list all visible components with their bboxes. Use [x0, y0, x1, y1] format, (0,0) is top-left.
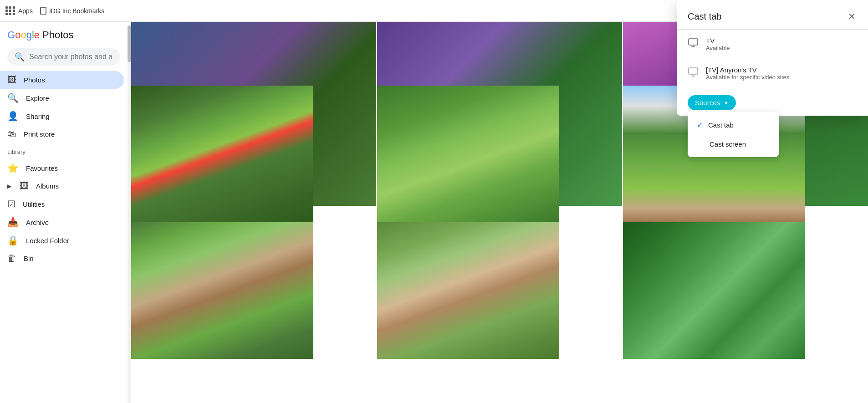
- photo-cell[interactable]: [377, 86, 559, 222]
- svg-rect-0: [689, 39, 698, 45]
- cast-screen-label: Cast screen: [710, 140, 746, 148]
- anyrons-tv-device-info: [TV] Anyron's TV Available for specific …: [706, 66, 789, 81]
- photo-row-bot: [131, 222, 868, 359]
- archive-icon: 📥: [7, 217, 19, 228]
- cast-device-tv[interactable]: TV Available: [677, 30, 868, 59]
- google-o1: o: [15, 29, 20, 41]
- locked-folder-icon: 🔒: [7, 235, 19, 246]
- apps-button[interactable]: Apps: [5, 6, 33, 15]
- sidebar-explore-label: Explore: [26, 94, 49, 102]
- photo-cell[interactable]: [131, 222, 313, 359]
- explore-icon: 🔍: [7, 92, 19, 103]
- utilities-icon: ☑: [7, 199, 15, 209]
- apps-grid-icon: [5, 6, 15, 15]
- svg-rect-3: [689, 68, 698, 74]
- google-e: e: [34, 29, 40, 41]
- sidebar-sharing-label: Sharing: [26, 112, 50, 120]
- sharing-icon: 👤: [7, 111, 19, 122]
- search-bar[interactable]: 🔍: [7, 48, 120, 66]
- sources-chevron-icon: ▼: [724, 100, 729, 106]
- cast-header: Cast tab ✕: [677, 0, 868, 30]
- sidebar-item-albums[interactable]: ▶ 🖼 Albums: [0, 177, 124, 195]
- print-store-icon: 🛍: [7, 129, 16, 139]
- search-input[interactable]: [29, 53, 113, 61]
- bookmarks-label: IDG Inc Bookmarks: [49, 7, 104, 15]
- google-g2: g: [26, 29, 32, 41]
- tv-device-status: Available: [706, 45, 730, 51]
- sidebar-archive-label: Archive: [26, 219, 49, 226]
- sidebar-albums-label: Albums: [36, 182, 59, 190]
- sources-option-cast-tab[interactable]: ✓ Cast tab: [688, 115, 779, 135]
- apps-label: Apps: [18, 7, 33, 15]
- search-icon: 🔍: [15, 52, 25, 62]
- sidebar-favourites-label: Favourites: [26, 164, 58, 172]
- sidebar-item-locked-folder[interactable]: 🔒 Locked Folder: [0, 231, 124, 250]
- sidebar-item-sharing[interactable]: 👤 Sharing: [0, 107, 124, 125]
- photos-icon: 🖼: [7, 75, 16, 85]
- sidebar-photos-label: Photos: [24, 76, 45, 84]
- checkmark-icon: ✓: [697, 121, 703, 129]
- sidebar-item-print-store[interactable]: 🛍 Print store: [0, 125, 124, 143]
- sidebar-item-explore[interactable]: 🔍 Explore: [0, 89, 124, 107]
- sidebar-utilities-label: Utilities: [23, 200, 45, 208]
- anyrons-tv-status: Available for specific video sites: [706, 74, 789, 81]
- albums-expand-arrow: ▶: [7, 183, 11, 189]
- tv-device-name: TV: [706, 37, 730, 45]
- cast-tab-label: Cast tab: [708, 121, 734, 129]
- sidebar: Google Photos 🔍 🖼 Photos 🔍 Explore 👤 Sha…: [0, 22, 128, 403]
- sidebar-bin-label: Bin: [24, 255, 34, 262]
- sidebar-print-store-label: Print store: [24, 130, 55, 138]
- photos-logo-text: Photos: [42, 29, 74, 41]
- sidebar-nav: 🖼 Photos 🔍 Explore 👤 Sharing 🛍 Print sto…: [0, 69, 128, 145]
- sidebar-library-nav: ⭐ Favourites ▶ 🖼 Albums ☑ Utilities 📥 Ar…: [0, 157, 128, 269]
- anyrons-tv-icon: [688, 66, 699, 80]
- sidebar-item-utilities[interactable]: ☑ Utilities: [0, 195, 124, 213]
- tv-icon: [688, 37, 699, 51]
- albums-icon: 🖼: [20, 181, 29, 191]
- sources-area: Sources ▼ ✓ Cast tab Cast screen: [677, 88, 868, 116]
- scrollbar-thumb[interactable]: [128, 26, 131, 62]
- bin-icon: 🗑: [7, 253, 16, 264]
- google-o2: o: [20, 29, 26, 41]
- bookmarks-button[interactable]: IDG Inc Bookmarks: [40, 7, 104, 15]
- anyrons-tv-name: [TV] Anyron's TV: [706, 66, 789, 74]
- sources-label: Sources: [695, 99, 720, 107]
- tv-device-info: TV Available: [706, 37, 730, 51]
- bookmark-icon: [40, 7, 46, 15]
- cast-title: Cast tab: [688, 11, 721, 22]
- photo-cell[interactable]: [623, 222, 805, 359]
- sidebar-logo: Google Photos: [0, 26, 128, 48]
- cast-device-anyrons-tv[interactable]: [TV] Anyron's TV Available for specific …: [677, 59, 868, 88]
- sources-dropdown: ✓ Cast tab Cast screen: [688, 112, 779, 157]
- cast-popup: Cast tab ✕ TV Available [TV] Anyron's TV: [677, 0, 868, 116]
- photo-cell[interactable]: [131, 86, 313, 222]
- sidebar-item-archive[interactable]: 📥 Archive: [0, 213, 124, 231]
- sidebar-item-bin[interactable]: 🗑 Bin: [0, 250, 124, 267]
- sidebar-item-favourites[interactable]: ⭐ Favourites: [0, 159, 124, 177]
- google-logo: Google: [7, 29, 40, 41]
- sidebar-locked-folder-label: Locked Folder: [26, 237, 69, 245]
- sources-button[interactable]: Sources ▼: [688, 95, 736, 110]
- sidebar-item-photos[interactable]: 🖼 Photos: [0, 71, 124, 89]
- photo-cell[interactable]: [377, 222, 559, 359]
- cast-close-button[interactable]: ✕: [844, 9, 859, 24]
- sources-option-cast-screen[interactable]: Cast screen: [688, 135, 779, 153]
- scrollbar[interactable]: [128, 26, 131, 403]
- favourites-icon: ⭐: [7, 163, 19, 173]
- scrollbar-track[interactable]: [128, 22, 131, 403]
- library-section-label: Library: [0, 145, 128, 157]
- google-g: G: [7, 29, 15, 41]
